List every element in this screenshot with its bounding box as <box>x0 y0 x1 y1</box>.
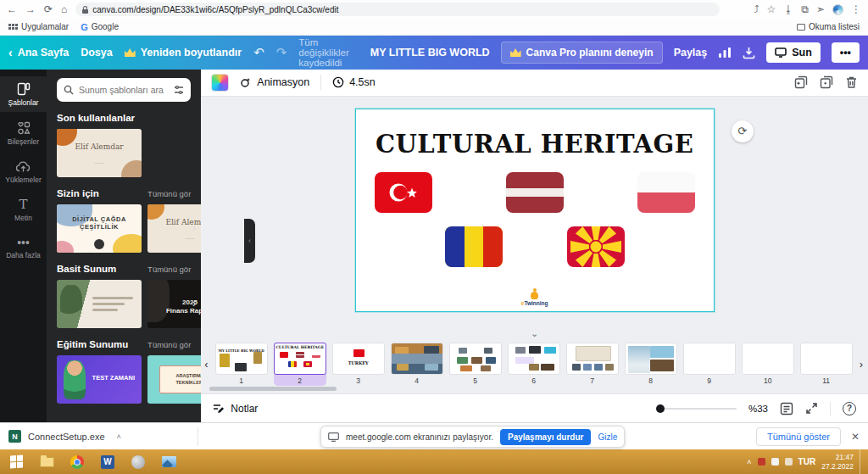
stop-sharing-button[interactable]: Paylaşmayı durdur <box>500 429 591 445</box>
etwinning-logo[interactable]: eTwinning <box>356 292 714 306</box>
extensions-icon[interactable]: ⧉ <box>801 4 809 14</box>
collapse-filmstrip-icon[interactable]: ⌄ <box>531 328 538 339</box>
turkey-flag[interactable] <box>375 172 432 213</box>
row-next-arrow[interactable]: › <box>192 372 196 385</box>
home-button[interactable]: ‹ Ana Sayfa <box>8 46 69 59</box>
panel-collapse-handle[interactable]: ‹ <box>244 219 255 263</box>
simple-see-all[interactable]: Tümünü gör <box>147 265 191 274</box>
template-elif-alemdar[interactable]: Elif Alemdar ──── <box>57 129 142 177</box>
template-greenery[interactable] <box>57 280 142 328</box>
download-caret-icon[interactable]: ˄ <box>117 432 121 441</box>
paint-button[interactable] <box>124 449 153 474</box>
reading-list[interactable]: Okuma listesi <box>797 22 860 31</box>
duplicate-icon[interactable] <box>820 75 833 89</box>
latvia-flag[interactable] <box>506 172 564 213</box>
page-thumb-8[interactable]: 8 <box>625 343 677 386</box>
row-next-arrow[interactable]: › <box>192 221 196 234</box>
strip-prev-arrow[interactable]: ‹ <box>203 358 209 371</box>
template-dijital-cagda[interactable]: DİJİTAL ÇAĞDAÇEŞİTLİLİK <box>57 204 142 253</box>
add-page-icon[interactable] <box>794 75 808 89</box>
bookmark-google[interactable]: G Google <box>81 22 119 32</box>
sidebar-item-elements[interactable]: Bileşenler <box>0 115 47 151</box>
canva-pro-button[interactable]: Canva Pro planını deneyin <box>501 42 663 64</box>
reload-icon[interactable]: ⟳ <box>44 4 53 14</box>
redo-button[interactable]: ↷ <box>276 45 287 60</box>
duration-button[interactable]: 4.5sn <box>332 76 376 88</box>
zoom-slider[interactable] <box>656 408 737 410</box>
download-item[interactable]: N ConnectSetup.exe ˄ <box>8 430 121 443</box>
slide-title[interactable]: CULTURAL HERITAGE <box>356 130 714 159</box>
education-see-all[interactable]: Tümünü gör <box>147 340 191 349</box>
hide-button[interactable]: Gizle <box>598 432 617 442</box>
profile-avatar[interactable] <box>832 4 843 15</box>
page-thumb-10[interactable]: 10 <box>742 343 794 386</box>
template-search[interactable] <box>57 78 191 102</box>
fullscreen-icon[interactable] <box>805 402 818 415</box>
slide-canvas[interactable]: CULTURAL HERITAGE <box>355 109 715 312</box>
page-thumb-3[interactable]: TURKEY 3 <box>332 343 385 386</box>
bookmark-star-icon[interactable]: ☆ <box>767 4 776 14</box>
photos-button[interactable] <box>154 449 183 474</box>
delete-icon[interactable] <box>845 75 858 89</box>
foryou-see-all[interactable]: Tümünü gör <box>147 189 191 198</box>
grid-view-icon[interactable] <box>780 402 793 415</box>
download-icon[interactable] <box>743 47 755 59</box>
page-thumb-4[interactable]: 4 <box>391 343 443 386</box>
page-thumb-5[interactable]: 5 <box>449 343 502 386</box>
page-thumb-9[interactable]: 9 <box>683 343 736 386</box>
page-thumb-7[interactable]: 7 <box>566 343 619 386</box>
show-all-downloads-button[interactable]: Tümünü göster <box>756 427 841 446</box>
network-icon[interactable] <box>785 458 793 466</box>
share-icon[interactable]: ⤴ <box>754 4 760 14</box>
home-icon[interactable]: ⌂ <box>61 4 67 14</box>
file-menu[interactable]: Dosya <box>81 47 113 59</box>
document-title[interactable]: MY LITTLE BIG WORLD <box>370 47 490 59</box>
notes-button[interactable]: Notlar <box>213 403 258 415</box>
help-button[interactable]: ? <box>843 402 856 415</box>
sidebar-item-more[interactable]: ••• Daha fazla <box>0 231 47 265</box>
media-cast-icon[interactable]: ➣ <box>816 4 825 14</box>
tray-app-icon[interactable] <box>758 458 765 466</box>
sidebar-item-templates[interactable]: Şablonlar <box>0 76 47 112</box>
start-button[interactable] <box>2 449 31 474</box>
taskbar-clock[interactable]: 21:47 27.2.2022 <box>821 453 854 471</box>
row-next-arrow[interactable]: › <box>192 297 196 309</box>
animate-button[interactable]: Animasyon <box>240 76 309 88</box>
language-indicator[interactable]: TUR <box>798 457 816 466</box>
chrome-button[interactable] <box>63 449 92 474</box>
template-test-zamani[interactable]: TEST ZAMANI <box>57 355 142 404</box>
bookmark-apps[interactable]: Uygulamalar <box>8 22 69 31</box>
page-thumb-11[interactable]: 11 <box>800 343 853 386</box>
present-button[interactable]: Sun <box>766 42 821 63</box>
menu-icon[interactable]: ⋮ <box>851 4 861 14</box>
close-shelf-icon[interactable]: ✕ <box>851 431 860 443</box>
resize-button[interactable]: Yeniden boyutlandır <box>125 47 242 59</box>
romania-flag[interactable] <box>445 226 503 267</box>
filter-icon[interactable] <box>174 85 184 95</box>
filmstrip-scrollbar[interactable] <box>201 385 868 393</box>
search-input[interactable] <box>79 85 169 95</box>
page-thumb-6[interactable]: 6 <box>508 343 560 386</box>
more-options-button[interactable]: ••• <box>832 42 860 63</box>
zoom-slider-knob[interactable] <box>656 404 665 413</box>
file-explorer-button[interactable] <box>32 449 61 474</box>
insights-icon[interactable] <box>718 47 732 59</box>
battery-icon[interactable] <box>771 458 779 466</box>
url-text[interactable]: canva.com/design/DAE33k1wi6c/A5QfpPslyR_… <box>92 5 338 14</box>
page-thumb-2-selected[interactable]: CULTURAL HERITAGE 2 <box>274 343 326 386</box>
sidebar-item-text[interactable]: T Metin <box>0 192 47 227</box>
north-macedonia-flag[interactable] <box>567 226 625 267</box>
word-button[interactable]: W <box>93 449 122 474</box>
background-color-swatch[interactable] <box>211 74 229 92</box>
back-icon[interactable]: ← <box>7 4 17 14</box>
forward-icon[interactable]: → <box>25 4 36 14</box>
page-thumb-1[interactable]: MY LITTLE BIG WORLD 1 <box>215 343 268 386</box>
share-button[interactable]: Paylaş <box>674 47 708 59</box>
download-icon[interactable]: ⭳ <box>783 4 793 14</box>
rotate-page-button[interactable]: ⟳ <box>732 120 754 142</box>
strip-next-arrow[interactable]: › <box>858 358 865 371</box>
poland-flag[interactable] <box>637 172 695 213</box>
address-bar[interactable]: canva.com/design/DAE33k1wi6c/A5QfpPslyR_… <box>75 3 720 16</box>
show-desktop-button[interactable] <box>860 449 863 474</box>
sidebar-item-uploads[interactable]: Yüklemeler <box>0 154 47 189</box>
